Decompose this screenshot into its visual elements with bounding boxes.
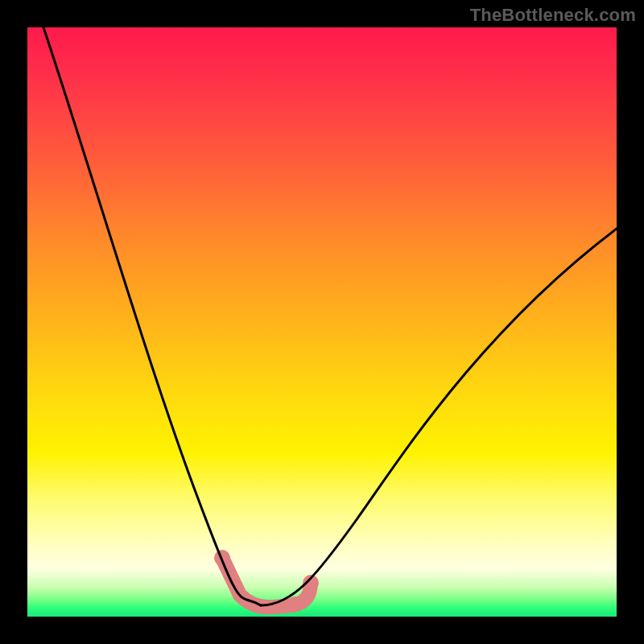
chart-frame: TheBottleneck.com [0, 0, 644, 644]
curve-svg [27, 27, 617, 617]
svg-point-2 [262, 600, 276, 614]
curve-right-branch [261, 229, 617, 605]
watermark-text: TheBottleneck.com [470, 5, 636, 26]
curve-left-branch [43, 27, 261, 605]
svg-point-3 [287, 597, 302, 611]
